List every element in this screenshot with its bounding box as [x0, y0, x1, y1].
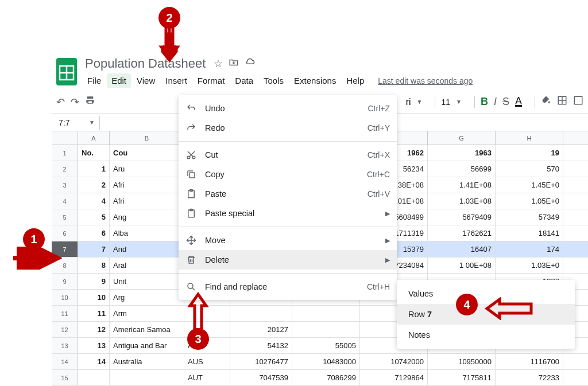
cell[interactable]: 11 [78, 306, 110, 321]
borders-icon[interactable] [557, 95, 567, 108]
sheets-logo[interactable] [55, 56, 78, 87]
cell[interactable]: 570 [496, 161, 563, 177]
fontsize-dropdown[interactable]: ▼ [456, 99, 462, 105]
cell[interactable]: 55005 [292, 338, 360, 353]
strikethrough-button[interactable]: S [502, 96, 509, 108]
cell[interactable]: 1.05E+0 [496, 193, 563, 209]
menu-item-move[interactable]: Move▶ [179, 231, 397, 250]
menu-format[interactable]: Format [193, 73, 230, 88]
cell[interactable]: And [110, 241, 184, 257]
menu-item-redo[interactable]: RedoCtrl+Y [179, 118, 397, 138]
col-header-H[interactable]: H [496, 131, 563, 145]
cell[interactable]: 7175811 [428, 370, 496, 385]
cell[interactable]: 8 [78, 258, 110, 273]
menu-extensions[interactable]: Extensions [289, 73, 341, 88]
cell[interactable]: 7086299 [292, 370, 360, 385]
cell[interactable]: AUS [184, 354, 230, 369]
cell[interactable]: 7 [78, 241, 110, 257]
row-header-11[interactable]: 11 [52, 306, 78, 321]
col-header-B[interactable]: B [110, 131, 184, 145]
row-header-2[interactable]: 2 [52, 161, 78, 177]
menu-insert[interactable]: Insert [161, 73, 192, 88]
menu-edit[interactable]: Edit [107, 73, 131, 88]
cell[interactable]: 1 [78, 161, 110, 177]
cell[interactable] [230, 306, 292, 321]
row-header-1[interactable]: 1 [52, 145, 78, 161]
cell[interactable]: Unit [110, 274, 184, 289]
cell[interactable]: 7047539 [230, 370, 292, 385]
cloud-status-icon[interactable] [245, 57, 255, 71]
cell[interactable]: 1 00E+08 [428, 258, 496, 273]
cell[interactable]: 5 [78, 209, 110, 225]
menu-help[interactable]: Help [342, 73, 369, 88]
menu-item-cut[interactable]: CutCtrl+X [179, 145, 397, 165]
cell[interactable]: 1116700 [496, 354, 563, 369]
cell[interactable]: 18141 [496, 225, 563, 241]
cell[interactable]: Arm [110, 306, 184, 321]
cell[interactable]: 1762621 [428, 225, 496, 241]
cell[interactable]: Cou [110, 145, 184, 161]
row-header-14[interactable]: 14 [52, 354, 78, 369]
row-header-4[interactable]: 4 [52, 193, 78, 209]
fill-color-icon[interactable] [541, 95, 551, 108]
menu-item-copy[interactable]: CopyCtrl+C [179, 165, 397, 184]
cell[interactable]: 56699 [428, 161, 496, 177]
menu-tools[interactable]: Tools [259, 73, 288, 88]
cell[interactable]: Afri [110, 177, 184, 193]
move-folder-icon[interactable] [229, 57, 239, 71]
cell[interactable]: 6 [78, 225, 110, 241]
cell[interactable]: American Samoa [110, 322, 184, 337]
last-edit-link[interactable]: Last edit was seconds ago [378, 76, 473, 85]
cell[interactable]: 14 [78, 354, 110, 369]
cell[interactable]: 4 [78, 193, 110, 209]
cell[interactable]: 20127 [230, 322, 292, 337]
row-header-3[interactable]: 3 [52, 177, 78, 193]
cell[interactable]: 9 [78, 274, 110, 289]
cell[interactable]: 72233 [496, 370, 563, 385]
menu-item-undo[interactable]: UndoCtrl+Z [179, 99, 397, 118]
cell[interactable]: 174 [496, 241, 563, 257]
cell[interactable] [292, 306, 360, 321]
cell[interactable]: 7129864 [360, 370, 428, 385]
col-header-G[interactable]: G [428, 131, 496, 145]
cell[interactable]: 1963 [428, 145, 496, 161]
menu-item-paste-special[interactable]: Paste special▶ [179, 204, 397, 223]
cell[interactable]: Aru [110, 161, 184, 177]
cell[interactable]: AUT [184, 370, 230, 385]
cell[interactable]: 5679409 [428, 209, 496, 225]
menu-file[interactable]: File [83, 73, 106, 88]
cell[interactable]: 10 [78, 290, 110, 305]
cell[interactable]: Antigua and Bar [110, 338, 184, 353]
star-icon[interactable]: ☆ [214, 57, 223, 70]
merge-icon[interactable] [573, 95, 583, 108]
menu-data[interactable]: Data [230, 73, 258, 88]
text-color-button[interactable]: A [515, 97, 522, 107]
row-header-15[interactable]: 15 [52, 370, 78, 385]
cell[interactable]: 19 [496, 145, 563, 161]
cell[interactable]: 12 [78, 322, 110, 337]
menu-item-delete[interactable]: Delete▶ [179, 250, 397, 270]
cell[interactable]: No. [78, 145, 110, 161]
cell[interactable] [78, 370, 110, 385]
cell[interactable]: 1.45E+0 [496, 177, 563, 193]
cell[interactable]: 1.03E+0 [496, 258, 563, 273]
cell[interactable] [110, 370, 184, 385]
cell[interactable]: 54132 [230, 338, 292, 353]
row-header-5[interactable]: 5 [52, 209, 78, 225]
row-header-12[interactable]: 12 [52, 322, 78, 337]
submenu-item-notes[interactable]: Notes [397, 325, 575, 345]
cell[interactable]: 10276477 [230, 354, 292, 369]
row-header-13[interactable]: 13 [52, 338, 78, 353]
undo-icon[interactable]: ↶ [56, 96, 65, 108]
cell[interactable]: Afri [110, 193, 184, 209]
redo-icon[interactable]: ↷ [71, 96, 79, 108]
menu-view[interactable]: View [132, 73, 160, 88]
font-size[interactable]: 11 [441, 98, 450, 107]
col-header-A[interactable]: A [78, 131, 110, 145]
cell[interactable]: 10950000 [428, 354, 496, 369]
print-icon[interactable] [85, 95, 95, 108]
cell[interactable]: 10483000 [292, 354, 360, 369]
row-header-6[interactable]: 6 [52, 225, 78, 241]
font-dropdown[interactable]: ▼ [417, 99, 423, 105]
cell[interactable]: 16407 [428, 241, 496, 257]
